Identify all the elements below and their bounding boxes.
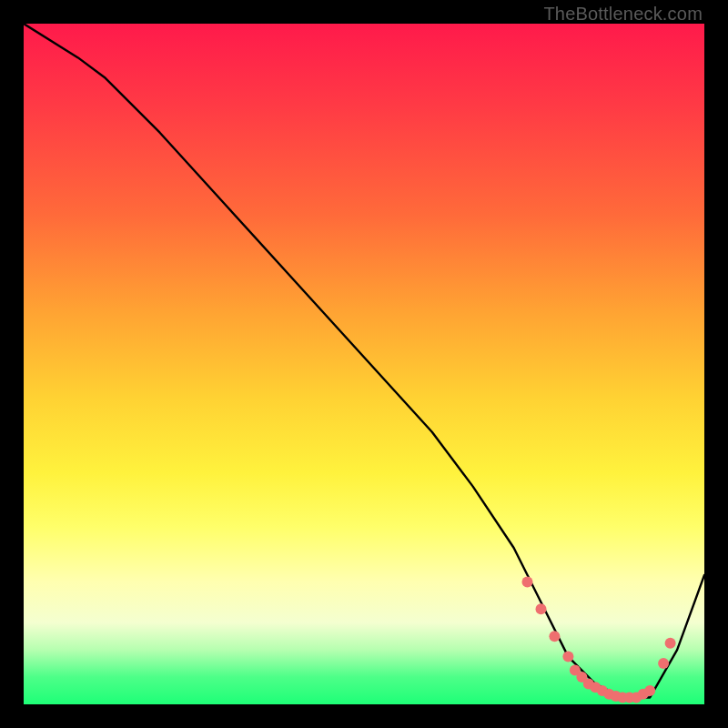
highlight-point <box>549 631 560 642</box>
highlight-point <box>658 658 669 669</box>
highlight-point <box>522 576 533 587</box>
highlight-points <box>522 576 676 703</box>
highlight-point <box>562 652 573 662</box>
plot-area <box>24 24 704 704</box>
bottleneck-curve <box>24 24 704 698</box>
credit-label: TheBottleneck.com <box>543 4 703 25</box>
chart-stage: TheBottleneck.com <box>0 0 728 728</box>
highlight-point <box>665 638 676 649</box>
curve-svg <box>24 24 704 704</box>
highlight-point <box>644 685 655 696</box>
highlight-point <box>536 603 547 614</box>
